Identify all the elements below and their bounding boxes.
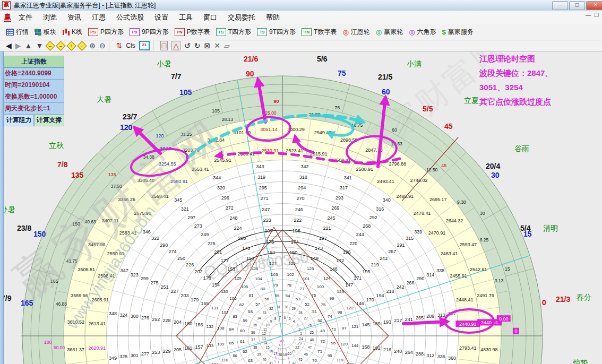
- svg-text:227: 227: [170, 289, 178, 294]
- svg-text:6: 6: [284, 316, 286, 319]
- toolbar-item-赢家服务[interactable]: $赢家服务: [442, 28, 473, 37]
- menu-item-10[interactable]: 帮助: [261, 13, 285, 22]
- diamond-up-icon[interactable]: ↑: [67, 41, 76, 50]
- minimize-button[interactable]: —: [552, 1, 568, 10]
- diamond-down-icon[interactable]: ↓: [78, 41, 87, 50]
- svg-text:172: 172: [336, 258, 344, 263]
- shrink-arrows-icon[interactable]: ✕: [214, 41, 220, 50]
- cls-button[interactable]: Cls: [126, 41, 135, 50]
- svg-text:2796.88: 2796.88: [389, 161, 406, 167]
- svg-text:297: 297: [187, 215, 195, 220]
- svg-text:344: 344: [213, 175, 221, 180]
- toolbar-item-9T四方形[interactable]: T99T四方形: [257, 28, 296, 37]
- zoom-out-icon[interactable]: ⊖: [99, 41, 106, 50]
- diamond-right-icon[interactable]: →: [56, 41, 66, 50]
- triangle-down-icon[interactable]: ▼: [36, 41, 43, 50]
- svg-text:110: 110: [221, 358, 228, 362]
- menu-item-6[interactable]: 设置: [149, 13, 174, 22]
- nav-left-icon[interactable]: ◀: [6, 41, 12, 50]
- svg-text:8: 8: [274, 317, 277, 320]
- svg-text:23/8: 23/8: [17, 224, 31, 232]
- svg-text:157: 157: [195, 344, 203, 350]
- menu-item-4[interactable]: 江恩: [87, 13, 111, 22]
- mdi-window-controls: — ❐: [586, 12, 599, 18]
- rotate-cw-icon[interactable]: ↻: [194, 41, 201, 50]
- calc-support-button[interactable]: 计算支撑: [34, 115, 64, 126]
- svg-text:156: 156: [195, 322, 203, 327]
- svg-text:32: 32: [269, 307, 273, 310]
- menu-item-8[interactable]: 窗口: [198, 13, 222, 22]
- svg-text:273: 273: [194, 223, 202, 229]
- draw-square-tool[interactable]: □: [160, 41, 168, 50]
- svg-text:50.00: 50.00: [54, 345, 65, 350]
- svg-text:202: 202: [194, 269, 202, 274]
- menu-item-1[interactable]: 文件: [13, 13, 38, 22]
- maximize-button[interactable]: ▢: [569, 1, 585, 10]
- svg-text:175: 175: [266, 239, 274, 245]
- svg-text:75: 75: [334, 105, 340, 110]
- svg-text:21: 21: [292, 349, 296, 353]
- diamond-left-icon[interactable]: ←: [46, 41, 55, 50]
- calc-resistance-button[interactable]: 计算阻力: [4, 115, 34, 126]
- menu-item-2[interactable]: 浏览: [38, 13, 62, 22]
- svg-text:150: 150: [33, 230, 46, 238]
- toolbar-item-T四方形[interactable]: TST四方形: [216, 28, 251, 37]
- toolbar-item-P数字表[interactable]: PNP数字表: [175, 28, 210, 37]
- svg-text:298: 298: [160, 242, 168, 248]
- svg-text:39: 39: [257, 352, 261, 356]
- menu-items: 文件浏览资讯江恩公式选股设置工具窗口交易委托帮助: [13, 13, 285, 22]
- t9-box-icon: T9: [257, 28, 267, 36]
- menu-item-7[interactable]: 工具: [174, 13, 198, 22]
- mdi-minimize-button[interactable]: —: [586, 12, 591, 18]
- updown-arrows-icon[interactable]: ⇅: [116, 41, 123, 50]
- svg-text:小暑: 小暑: [157, 59, 171, 68]
- svg-text:60: 60: [240, 328, 245, 333]
- svg-text:2491.76: 2491.76: [477, 293, 494, 298]
- toolbar-item-K线[interactable]: K线: [62, 28, 82, 37]
- svg-text:336: 336: [437, 354, 445, 359]
- menu-item-9[interactable]: 交易委托: [222, 13, 261, 22]
- annotation-line: 3051、3254: [479, 80, 601, 94]
- svg-text:347: 347: [121, 268, 128, 273]
- toolbar-item-行情[interactable]: 行情: [6, 28, 29, 37]
- svg-text:30: 30: [285, 305, 289, 309]
- svg-text:38: 38: [253, 345, 257, 349]
- panel-buttons: 计算阻力计算支撑: [4, 115, 64, 126]
- svg-text:29: 29: [292, 307, 296, 310]
- toolbar-item-9P四方形[interactable]: P99P四方形: [130, 28, 169, 37]
- svg-text:223: 223: [263, 218, 271, 223]
- svg-text:3: 3: [296, 323, 298, 327]
- toolbar-item-江恩轮[interactable]: ◎江恩轮: [342, 28, 369, 37]
- svg-text:春分: 春分: [577, 293, 591, 301]
- draw-triangle-tool[interactable]: △: [171, 41, 180, 50]
- title-bar: 赢 赢家江恩专业版[赢家服务平台] - [上证指数 江恩轮] — ▢ ✕: [0, 0, 602, 11]
- svg-text:41: 41: [269, 362, 273, 364]
- svg-text:7/8: 7/8: [57, 160, 68, 169]
- svg-text:62: 62: [243, 349, 247, 354]
- toolbar-item-P四方形[interactable]: PSP四方形: [88, 28, 124, 37]
- svg-text:2440.91: 2440.91: [459, 322, 477, 327]
- close-button[interactable]: ✕: [586, 1, 602, 10]
- box-x-icon[interactable]: ⊠: [204, 41, 211, 50]
- rotate-ccw-icon[interactable]: ↺: [184, 41, 191, 50]
- menu-item-3[interactable]: 资讯: [62, 13, 87, 22]
- svg-text:253: 253: [152, 350, 160, 355]
- quote-grid-icon: [6, 29, 14, 36]
- menu-item-5[interactable]: 公式选股: [111, 13, 149, 22]
- svg-text:30: 30: [491, 171, 500, 179]
- blocks-icon: [35, 29, 41, 36]
- toolbar-item-六角形[interactable]: ◎六角形: [409, 28, 436, 37]
- triangle-up-icon[interactable]: ▲: [25, 41, 32, 50]
- toolbar-item-T数字表[interactable]: TNT数字表: [302, 28, 337, 37]
- toolbar-item-板块[interactable]: 板块: [35, 28, 56, 37]
- mdi-restore-button[interactable]: ❐: [594, 12, 599, 18]
- svg-text:251: 251: [161, 284, 169, 290]
- nav-right-icon[interactable]: ▶: [15, 41, 21, 50]
- toolbar-item-赢家轮[interactable]: ◎赢家轮: [376, 28, 403, 37]
- svg-text:46: 46: [304, 352, 308, 356]
- clip-tool-icon[interactable]: ▱: [224, 41, 230, 50]
- svg-text:75: 75: [321, 302, 325, 307]
- zoom-in-icon[interactable]: ⊕: [89, 41, 96, 50]
- calendar-icon[interactable]: 21: [139, 41, 150, 50]
- toolbar-item-label: 板块: [44, 28, 56, 37]
